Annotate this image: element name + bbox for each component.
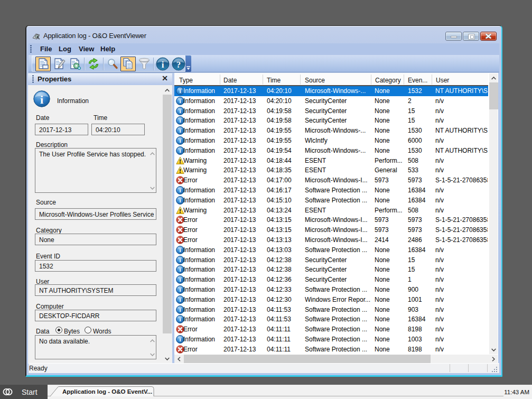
svg-text:i: i [179, 127, 181, 134]
svg-text:i: i [179, 257, 181, 263]
svg-text:i: i [179, 147, 181, 154]
svg-text:?: ? [176, 60, 181, 70]
svg-text:i: i [40, 93, 43, 106]
svg-text:i: i [179, 197, 181, 203]
svg-text:i: i [179, 187, 181, 193]
svg-text:i: i [179, 98, 181, 104]
svg-text:i: i [179, 88, 181, 94]
svg-text:i: i [161, 60, 164, 70]
svg-text:i: i [179, 108, 181, 114]
svg-text:i: i [179, 276, 181, 283]
svg-text:i: i [179, 336, 181, 342]
svg-text:i: i [179, 307, 181, 313]
svg-text:i: i [179, 296, 181, 303]
svg-text:i: i [179, 247, 181, 253]
svg-text:i: i [179, 286, 181, 293]
svg-text:i: i [179, 118, 181, 124]
svg-text:i: i [179, 137, 181, 144]
svg-text:i: i [179, 267, 181, 273]
svg-text:i: i [179, 317, 181, 323]
